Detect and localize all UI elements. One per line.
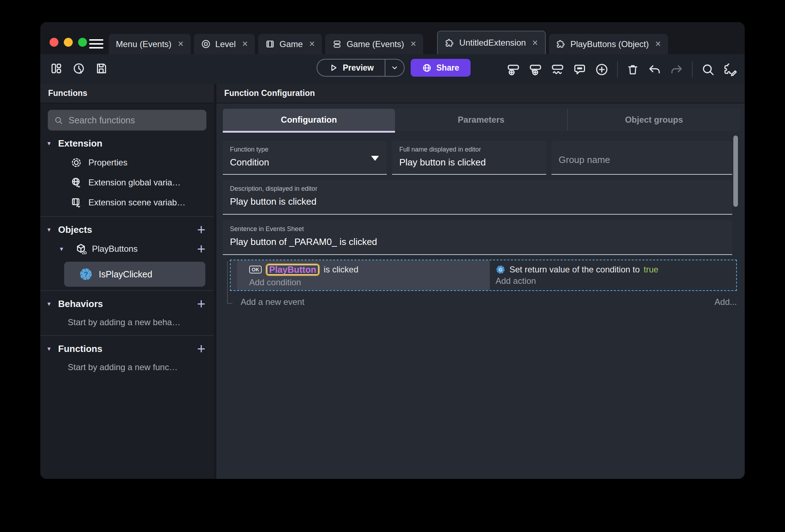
main-panel-title: Function Configuration [216,84,745,103]
action-value[interactable]: true [644,265,658,275]
add-behavior-button[interactable]: + [197,297,205,311]
tab-label: Menu (Events) [116,39,171,49]
sentence-field[interactable]: Sentence in Events Sheet Play button of … [223,220,732,255]
tab-label: Level [215,39,236,49]
tab-parameters[interactable]: Parameters [395,109,567,131]
button-object-icon: OK [249,266,262,273]
close-icon[interactable]: × [411,39,416,50]
tab-game[interactable]: Game × [258,34,322,54]
tab-label: UntitledExtension [459,38,526,48]
close-icon[interactable]: × [242,39,248,50]
function-type-field[interactable]: Function type Condition [223,141,387,175]
tab-label: Game (Events) [347,39,404,49]
home-dashboard-icon[interactable] [50,62,63,75]
event-row-selected[interactable]: OK PlayButton is clicked Add condition G… [230,260,737,291]
add-object-function-button[interactable]: + [197,242,205,256]
history-icon[interactable] [72,62,85,75]
action-line[interactable]: G Set return value of the condition to t… [496,265,736,275]
close-window-button[interactable] [50,38,58,47]
group-name-field[interactable] [551,141,732,175]
scrollbar-thumb[interactable] [733,135,738,207]
description-value: Play button is clicked [230,196,725,207]
chevron-down-icon [390,63,399,72]
minimize-window-button[interactable] [64,38,73,47]
add-comment-icon[interactable] [573,63,586,76]
section-behaviors[interactable]: ▾ Behaviors + [40,295,214,313]
dropdown-caret-icon[interactable] [371,156,379,161]
sidebar-item-extension-scene-variables[interactable]: Extension scene variab… [40,193,214,213]
tab-game-events[interactable]: Game (Events) × [325,34,423,54]
description-field[interactable]: Description, displayed in editor Play bu… [223,180,732,215]
main-menu-icon[interactable] [89,39,103,48]
sidebar-item-playbuttons[interactable]: ▾ 2D PlayButtons + [40,239,214,259]
condition-object-token[interactable]: PlayButton [266,264,320,276]
sidebar-item-extension-global-variables[interactable]: Extension global varia… [40,173,214,193]
close-icon[interactable]: × [178,39,184,50]
sidebar-item-isplayclicked-selected[interactable]: ? IsPlayClicked [64,262,205,287]
actions-column: G Set return value of the condition to t… [490,260,736,290]
svg-text:2D: 2D [82,251,87,255]
search-functions-input[interactable] [68,115,200,126]
chevron-down-icon[interactable]: ▾ [47,345,58,353]
add-function-button[interactable]: + [197,342,205,356]
search-functions-box[interactable] [48,110,206,131]
undo-icon[interactable] [648,63,661,76]
scene-icon [201,39,211,49]
tab-configuration[interactable]: Configuration [223,109,395,131]
section-functions[interactable]: ▾ Functions + [40,339,214,358]
preview-options-button[interactable] [385,60,404,76]
share-label: Share [436,63,459,73]
action-text: Set return value of the condition to [509,265,640,275]
description-label: Description, displayed in editor [230,185,725,193]
chevron-down-icon[interactable]: ▾ [47,139,58,147]
edit-extension-icon[interactable] [723,62,738,77]
sidebar-item-properties[interactable]: Properties [40,153,214,173]
add-new-event-button[interactable]: Add a new event [241,297,304,307]
add-condition-button[interactable]: Add condition [249,277,490,287]
close-icon[interactable]: × [655,39,661,50]
condition-line[interactable]: OK PlayButton is clicked [249,264,490,276]
divider [40,216,214,217]
add-action-button[interactable]: Add action [496,276,736,286]
search-icon[interactable] [701,63,715,76]
event-tree-guide [227,261,228,304]
object-2d-cube-icon: 2D [75,243,87,255]
screen: Menu (Events) × Level × Game × [0,0,785,532]
section-objects[interactable]: ▾ Objects + [40,220,214,239]
functions-empty-text: Start by adding a new func… [40,358,214,377]
add-event-icon[interactable] [507,63,520,76]
chevron-down-icon[interactable]: ▾ [47,300,58,308]
share-button[interactable]: Share [411,59,471,77]
close-icon[interactable]: × [309,39,315,50]
group-name-input[interactable] [559,154,725,165]
chevron-down-icon[interactable]: ▾ [60,245,70,253]
sentence-value: Play button of _PARAM0_ is clicked [230,236,725,247]
globe-icon [422,63,432,73]
full-name-label: Full name displayed in editor [399,146,539,153]
tab-object-groups[interactable]: Object groups [567,109,740,131]
close-icon[interactable]: × [532,37,538,48]
tab-playbuttons-object[interactable]: PlayButtons (Object) × [549,34,668,54]
delete-icon[interactable] [626,63,639,76]
tab-menu-events[interactable]: Menu (Events) × [109,34,191,54]
add-object-button[interactable]: + [197,222,205,237]
section-extension[interactable]: ▾ Extension [40,134,214,153]
svg-text:G: G [499,267,502,272]
condition-function-icon: ? [79,267,93,281]
redo-icon[interactable] [670,63,683,76]
full-name-field[interactable]: Full name displayed in editor Play butto… [392,141,546,175]
add-other-event-icon[interactable] [551,63,564,76]
behaviors-empty-text: Start by adding a new beha… [40,313,214,332]
zoom-window-button[interactable] [78,38,87,47]
tab-level[interactable]: Level × [194,34,255,54]
save-icon[interactable] [95,62,108,75]
tab-untitled-extension[interactable]: UntitledExtension × [437,31,546,54]
chevron-down-icon[interactable]: ▾ [47,226,58,234]
add-event-more-button[interactable]: Add... [714,297,737,307]
functions-sidebar: Functions ▾ Extension Properties [40,84,214,479]
add-more-icon[interactable] [595,63,609,76]
add-subevent-icon[interactable] [529,63,542,76]
preview-button[interactable]: Preview [317,59,405,77]
toolbar-divider [692,61,693,78]
film-icon [265,39,275,49]
